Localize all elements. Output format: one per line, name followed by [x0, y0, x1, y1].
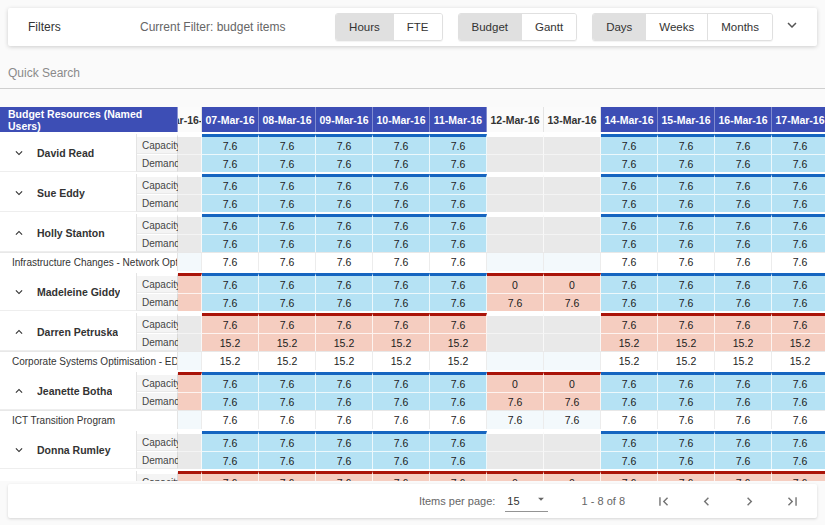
grid-cell: 7.6	[658, 134, 715, 154]
resource-name: Sue Eddy	[37, 187, 85, 199]
grid-cell: 7.6	[373, 313, 430, 333]
grid-cell	[178, 451, 202, 469]
column-header-09-mar-16: 09-Mar-16	[316, 107, 373, 132]
toolbar-expand-button[interactable]	[783, 16, 801, 38]
grid-cell: 7.6	[772, 471, 825, 481]
grid-cell: 7.6	[601, 234, 658, 252]
grid-cell: 7.6	[430, 273, 487, 293]
resource-group-david-rich: David RichCapacity7.67.67.67.67.6007.67.…	[0, 471, 825, 481]
chevron-down-icon[interactable]	[12, 186, 26, 200]
grid-cell: 15.2	[202, 333, 259, 351]
grid-cell	[544, 234, 601, 252]
grid-cell: 7.6	[316, 154, 373, 172]
capacity-row: Capacity7.67.67.67.67.6007.67.67.67.6	[137, 273, 825, 293]
quick-search-input[interactable]	[0, 57, 825, 88]
grid-cell	[544, 174, 601, 194]
grid-cell	[178, 392, 202, 410]
resource-row-donna-rumley[interactable]: Donna Rumley	[0, 431, 137, 469]
grid-cell: 7.6	[202, 134, 259, 154]
chevron-down-icon[interactable]	[12, 285, 26, 299]
grid-cell: 7.6	[430, 134, 487, 154]
toggle-weeks[interactable]: Weeks	[646, 14, 708, 40]
capacity-label: Capacity	[137, 134, 178, 154]
toggle-gantt[interactable]: Gantt	[522, 14, 576, 40]
resource-row-david-read[interactable]: David Read	[0, 134, 137, 172]
capacity-label: Capacity	[137, 471, 178, 481]
chevron-up-icon[interactable]	[12, 325, 26, 339]
grid-cell: 7.6	[772, 214, 825, 234]
resource-name: Donna Rumley	[37, 444, 111, 456]
grid-cell: 7.6	[658, 410, 715, 429]
grid-cell: 7.6	[715, 313, 772, 333]
grid-cell: 7.6	[202, 372, 259, 392]
grid-cell: 15.2	[373, 351, 430, 370]
toggle-months[interactable]: Months	[708, 14, 772, 40]
grid-cell: 7.6	[373, 471, 430, 481]
resource-row-jeanette-botha[interactable]: Jeanette Botha	[0, 372, 137, 410]
chevron-up-icon[interactable]	[12, 226, 26, 240]
demand-row: Demand7.67.67.67.67.67.67.67.67.6	[137, 154, 825, 172]
grid-cell	[487, 234, 544, 252]
grid-cell: 7.6	[202, 293, 259, 311]
previous-page-icon[interactable]	[698, 493, 715, 510]
chevron-down-icon	[783, 16, 801, 38]
chevron-down-icon[interactable]	[12, 146, 26, 160]
grid-cell	[178, 214, 202, 234]
toggle-fte[interactable]: FTE	[394, 14, 442, 40]
grid-cell: 7.6	[658, 252, 715, 271]
chevron-up-icon[interactable]	[12, 384, 26, 398]
grid-cell: 7.6	[316, 451, 373, 469]
resource-row-sue-eddy[interactable]: Sue Eddy	[0, 174, 137, 212]
grid-cell	[178, 174, 202, 194]
grid-cell: 7.6	[430, 313, 487, 333]
grid-cell: 7.6	[715, 410, 772, 429]
grid-cell: 7.6	[658, 431, 715, 451]
grid-cell: 7.6	[202, 451, 259, 469]
grid-cell	[544, 431, 601, 451]
grid-cell: 7.6	[373, 234, 430, 252]
resource-group-sue-eddy: Sue EddyCapacity7.67.67.67.67.67.67.67.6…	[0, 174, 825, 212]
grid-cell	[544, 134, 601, 154]
grid-cell: 7.6	[715, 134, 772, 154]
grid-header-row: Budget Resources (Named Users) 06-Mar-16…	[0, 107, 825, 132]
grid-cell	[487, 154, 544, 172]
grid-cell: 7.6	[202, 471, 259, 481]
grid-cell: 7.6	[316, 313, 373, 333]
quick-search-row	[0, 57, 825, 89]
toggle-days[interactable]: Days	[593, 14, 646, 40]
grid-cell	[178, 351, 202, 370]
toggle-hours[interactable]: Hours	[336, 14, 394, 40]
next-page-icon[interactable]	[741, 493, 758, 510]
first-page-icon[interactable]	[655, 493, 672, 510]
project-name: ICT Transition Program	[0, 410, 178, 429]
chevron-down-icon[interactable]	[12, 443, 26, 457]
last-page-icon[interactable]	[784, 493, 801, 510]
grid-cell: 7.6	[373, 293, 430, 311]
grid-cell: 7.6	[202, 214, 259, 234]
grid-cell: 7.6	[601, 392, 658, 410]
grid-cell: 15.2	[259, 351, 316, 370]
capacity-label: Capacity	[137, 372, 178, 392]
resource-name: Darren Petruska	[37, 326, 118, 338]
demand-row: Demand15.215.215.215.215.215.215.215.215…	[137, 333, 825, 351]
grid-cell: 7.6	[259, 273, 316, 293]
resource-row-david-rich[interactable]: David Rich	[0, 471, 137, 481]
grid-cell	[544, 351, 601, 370]
capacity-label: Capacity	[137, 214, 178, 234]
resource-row-madeleine-giddy[interactable]: Madeleine Giddy	[0, 273, 137, 311]
grid-cell: 15.2	[373, 333, 430, 351]
grid-cell: 7.6	[430, 214, 487, 234]
resource-row-darren-petruska[interactable]: Darren Petruska	[0, 313, 137, 351]
toggle-budget[interactable]: Budget	[459, 14, 522, 40]
grid-cell: 7.6	[658, 451, 715, 469]
grid-cell: 7.6	[316, 431, 373, 451]
grid-cell: 7.6	[772, 134, 825, 154]
capacity-row: Capacity7.67.67.67.67.6007.67.67.67.6	[137, 471, 825, 481]
grid-cell: 7.6	[715, 392, 772, 410]
resource-row-holly-stanton[interactable]: Holly Stanton	[0, 214, 137, 252]
resource-data: Capacity7.67.67.67.67.67.67.67.67.6Deman…	[137, 134, 825, 172]
grid-cell	[178, 431, 202, 451]
grid-cell: 7.6	[259, 174, 316, 194]
items-per-page-select[interactable]: 15	[505, 490, 547, 512]
grid-cell: 7.6	[259, 471, 316, 481]
